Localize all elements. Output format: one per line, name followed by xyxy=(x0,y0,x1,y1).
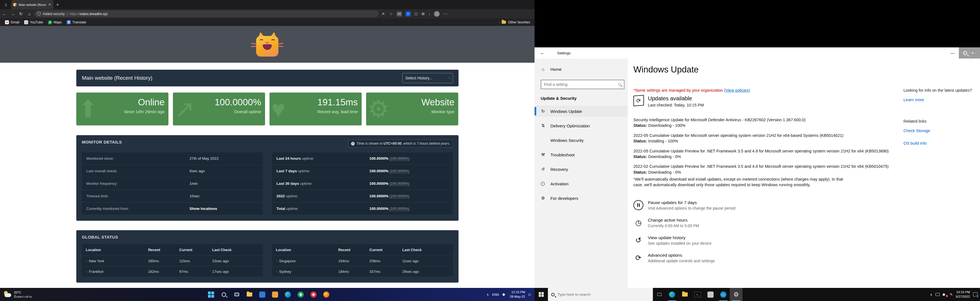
collections-icon[interactable]: ⊞ xyxy=(422,12,425,16)
favorite-star-icon[interactable]: ☆ xyxy=(390,12,393,16)
language-indicator[interactable]: ENG xyxy=(492,293,499,296)
magnifier-close-icon[interactable]: ✕·· xyxy=(969,51,976,55)
zoom-in-icon[interactable] xyxy=(963,51,967,55)
bitwarden-extension-icon[interactable]: B xyxy=(406,11,410,16)
edge-button[interactable] xyxy=(666,288,678,301)
task-view-button[interactable] xyxy=(232,290,242,299)
advanced-options-option[interactable]: ⟳ Advanced optionsAdditional update cont… xyxy=(633,253,735,263)
opera-button[interactable] xyxy=(309,290,318,299)
ink-workspace-button[interactable] xyxy=(653,288,666,301)
new-tab-button[interactable]: + xyxy=(56,2,59,8)
taskbar-search-box[interactable] xyxy=(548,288,653,301)
view-update-history-option[interactable]: ↺ View update historySee updates install… xyxy=(633,235,735,245)
display-icon[interactable] xyxy=(935,293,940,296)
back-icon[interactable]: ← xyxy=(0,11,8,16)
sidebar-item-delivery-optimization[interactable]: ⇅ Delivery Optimization xyxy=(535,120,628,131)
clock-widget[interactable]: 12:15 PM28-May-22 xyxy=(510,290,525,299)
browser-tab[interactable]: 🍞 Main website (Recent History) - R ✕ xyxy=(11,0,54,9)
defender-app-button[interactable] xyxy=(704,288,717,301)
bookmark-translate[interactable]: 文Translate xyxy=(67,20,86,24)
clock-widget[interactable]: 10:15 PM5/27/2022 xyxy=(956,290,970,299)
bookmark-gmail[interactable]: MGmail xyxy=(5,20,19,24)
start-button[interactable] xyxy=(535,288,548,301)
pause-updates-option[interactable]: Pause updates for 7 daysVisit Advanced o… xyxy=(633,200,735,210)
table-row: Last 7 days uptime:100.0000% (100.0000%) xyxy=(272,165,453,177)
change-active-hours-option[interactable]: ◷ Change active hoursCurrently 8:00 AM t… xyxy=(633,218,735,228)
table-row: Total uptime:100.0000% (100.0000%) xyxy=(272,203,453,215)
check-storage-link[interactable]: Check Storage xyxy=(904,128,980,134)
mail-button[interactable] xyxy=(270,290,280,299)
show-locations-link[interactable]: Show locations xyxy=(189,207,258,211)
uptime-detail-link[interactable]: (100.0000%) xyxy=(390,157,410,161)
taskbar-search-input[interactable] xyxy=(557,292,641,296)
table-header-row: LocationRecentCurrentLast Check xyxy=(272,244,453,255)
timezone-note[interactable]: i Time is shown in UTC+00:00, which is 7… xyxy=(348,139,453,147)
learn-more-link[interactable]: Learn more xyxy=(904,97,980,103)
action-center-icon[interactable]: 1 xyxy=(973,292,978,296)
start-button[interactable] xyxy=(206,290,216,299)
uptime-detail-link[interactable]: (100.0000%) xyxy=(390,169,410,173)
speaker-muted-icon[interactable]: ✕ xyxy=(943,293,947,296)
other-favorites[interactable]: |Other favorites xyxy=(499,20,530,24)
update-item: 2022-02 Cumulative Update Preview for .N… xyxy=(633,164,898,175)
profile-avatar[interactable] xyxy=(434,11,440,17)
chrome-button[interactable] xyxy=(296,290,306,299)
file-explorer-button[interactable] xyxy=(245,290,255,299)
view-policies-link[interactable]: (View policies) xyxy=(724,88,750,93)
find-setting-searchbox[interactable] xyxy=(541,80,624,89)
notification-bell-icon[interactable] xyxy=(528,293,531,296)
extensions-puzzle-icon[interactable]: ⬡ xyxy=(415,12,418,16)
tab-close-icon[interactable]: ✕ xyxy=(48,3,52,6)
bookmark-youtube[interactable]: ▢YouTube xyxy=(24,20,43,24)
monitor-details-right-table: Last 24 hours uptime:100.0000% (100.0000… xyxy=(272,152,453,215)
tab-actions-icon[interactable]: ▯ xyxy=(2,2,10,8)
file-explorer-button[interactable] xyxy=(678,288,691,301)
speaker-icon[interactable] xyxy=(503,293,506,296)
url-text[interactable]: https://status.breadtm.xyz xyxy=(70,12,108,16)
docker-button[interactable]: 🐳 xyxy=(717,288,730,301)
security-shield-icon[interactable]: ✓ xyxy=(37,12,41,16)
uptime-detail-link[interactable]: (100.0000%) xyxy=(390,182,410,186)
home-icon[interactable]: ⌂ xyxy=(25,11,33,16)
select-history-dropdown[interactable]: Select History... ᵛ xyxy=(402,73,453,83)
tray-chevron-icon[interactable]: ∧ xyxy=(930,293,932,296)
ublock-extension-icon[interactable]: UO xyxy=(397,11,402,16)
edge-icon xyxy=(285,291,291,298)
settings-app-button[interactable]: ⚙ xyxy=(730,288,743,301)
sidebar-item-windows-security[interactable]: Windows Security xyxy=(535,134,628,146)
microsoft-store-button[interactable] xyxy=(257,290,267,299)
uptime-detail-link[interactable]: (100.0000%) xyxy=(390,207,410,211)
read-aloud-icon[interactable]: Aʾ xyxy=(382,12,386,16)
command-prompt-button[interactable]: >_ xyxy=(691,288,704,301)
pen-icon[interactable]: ✎ xyxy=(950,292,953,296)
magnifier-overlay-toolbar[interactable]: ✕·· xyxy=(959,47,980,59)
weather-desc: มีแดดบางส่วน xyxy=(14,295,32,298)
downloads-icon[interactable]: ↓ xyxy=(428,12,430,16)
bookmark-maps[interactable]: ●Maps xyxy=(48,20,62,24)
sidebar-item-activation[interactable]: ✓ Activation xyxy=(535,178,628,189)
url-bar[interactable]: ✓ Added security | https://status.breadt… xyxy=(35,10,379,17)
os-build-info-link[interactable]: OS build info xyxy=(904,141,980,146)
sidebar-item-troubleshoot[interactable]: ⚒ Troubleshoot xyxy=(535,149,628,160)
activation-check-icon: ✓ xyxy=(541,182,546,186)
find-setting-input[interactable] xyxy=(544,82,618,86)
weather-widget[interactable]: 32°Cมีแดดบางส่วน xyxy=(0,290,64,299)
uptime-detail-link[interactable]: (100.0000%) xyxy=(390,194,410,199)
edge-button[interactable] xyxy=(283,290,293,299)
tab-title: Main website (Recent History) - R xyxy=(19,3,46,6)
firefox-button[interactable] xyxy=(321,290,331,299)
sidebar-item-label: For developers xyxy=(550,196,578,201)
sidebar-item-for-developers[interactable]: ⚙ For developers xyxy=(535,192,628,204)
browser-menu-icon[interactable]: ⋯ xyxy=(444,12,447,16)
forward-icon[interactable]: → xyxy=(8,11,17,16)
left-monitor: ▯ 🍞 Main website (Recent History) - R ✕ … xyxy=(0,0,535,301)
settings-titlebar[interactable]: ← Settings — ✕·· xyxy=(535,47,980,59)
search-button[interactable] xyxy=(219,290,229,299)
sidebar-item-home[interactable]: ⌂ Home xyxy=(535,64,628,75)
sidebar-item-windows-update[interactable]: ↻ Windows Update xyxy=(535,106,628,117)
sidebar-item-recovery[interactable]: ↺ Recovery xyxy=(535,163,628,175)
minimize-button[interactable]: — xyxy=(946,51,959,55)
reload-icon[interactable]: ↻ xyxy=(17,11,25,16)
tray-chevron-icon[interactable]: ∧ xyxy=(486,293,489,296)
back-arrow-icon[interactable]: ← xyxy=(540,50,545,56)
